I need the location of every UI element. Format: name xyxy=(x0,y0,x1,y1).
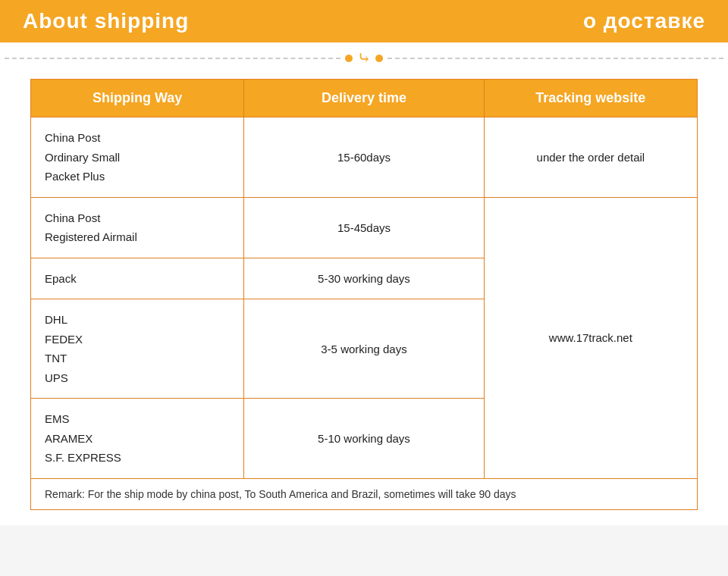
divider-line-left xyxy=(5,58,340,59)
header: About shipping о доставке xyxy=(0,0,728,42)
chevron-down-icon: ⤷ xyxy=(357,50,371,67)
tracking-1: under the order detail xyxy=(484,117,697,198)
shipping-table: Shipping Way Delivery time Tracking webs… xyxy=(30,79,698,510)
delivery-time-1: 15-60days xyxy=(244,117,484,198)
remark-row: Remark: For the ship mode by china post,… xyxy=(31,478,698,509)
delivery-time-5: 5-10 working days xyxy=(244,399,484,479)
divider-dot-left xyxy=(345,55,353,62)
shipping-name-5: EMSARAMEXS.F. EXPRESS xyxy=(31,399,244,479)
col-header-tracking: Tracking website xyxy=(484,80,697,117)
header-title-left: About shipping xyxy=(23,9,189,33)
shipping-name-4: DHLFEDEXTNTUPS xyxy=(31,299,244,399)
tracking-merged: www.17track.net xyxy=(484,197,697,478)
shipping-name-3: Epack xyxy=(31,258,244,299)
delivery-time-3: 5-30 working days xyxy=(244,258,484,299)
table-row: China PostRegistered Airmail 15-45days w… xyxy=(31,197,698,258)
col-header-delivery: Delivery time xyxy=(244,80,484,117)
delivery-time-4: 3-5 working days xyxy=(244,299,484,399)
shipping-name-2: China PostRegistered Airmail xyxy=(31,197,244,258)
shipping-name-1: China PostOrdinary SmallPacket Plus xyxy=(31,117,244,198)
remark-text: Remark: For the ship mode by china post,… xyxy=(31,478,698,509)
header-title-right: о доставке xyxy=(583,9,705,33)
page-wrapper: About shipping о доставке ⤷ Shipping Way… xyxy=(0,0,728,525)
divider-row: ⤷ xyxy=(0,42,728,71)
table-row: China PostOrdinary SmallPacket Plus 15-6… xyxy=(31,117,698,198)
table-header-row: Shipping Way Delivery time Tracking webs… xyxy=(31,80,698,117)
table-wrapper: Shipping Way Delivery time Tracking webs… xyxy=(0,71,728,525)
divider-dot-right xyxy=(375,55,383,62)
col-header-shipping: Shipping Way xyxy=(31,80,244,117)
divider-line-right xyxy=(388,58,723,59)
delivery-time-2: 15-45days xyxy=(244,197,484,258)
